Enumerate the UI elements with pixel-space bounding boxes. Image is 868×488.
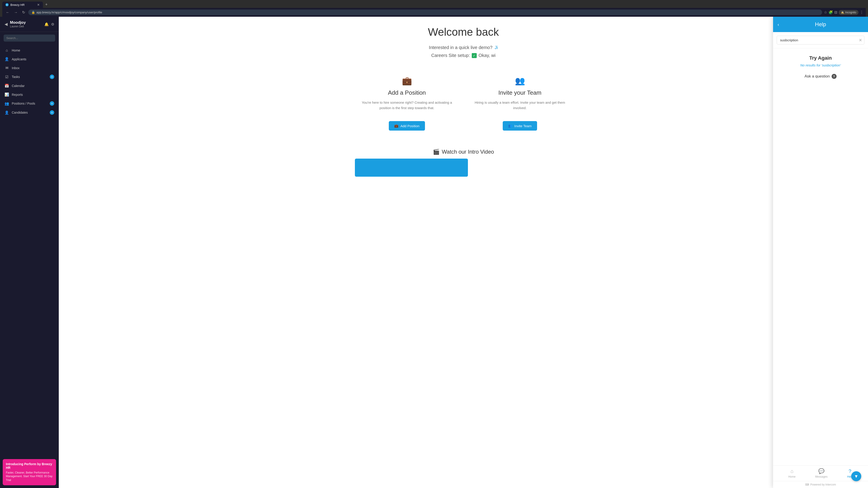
sidebar-search (0, 32, 59, 44)
video-thumbnail[interactable] (355, 159, 468, 177)
promo-desc: Faster, Cleaner, Better Performance Mana… (6, 471, 53, 482)
help-powered: ⌨ Powered by Intercom (773, 481, 868, 488)
brand-user: Lauren Dell (10, 25, 42, 28)
help-search-bar: ✕ (773, 32, 868, 48)
menu-icon[interactable]: ⋮ (860, 10, 864, 14)
help-footer-home[interactable]: ⌂ Home (788, 468, 796, 478)
nav-label-applicants: Applicants (12, 57, 54, 61)
sidebar-item-applicants[interactable]: 👤 Applicants (0, 55, 59, 64)
add-position-btn-icon: 💼 (394, 124, 399, 128)
sidebar-item-candidates[interactable]: 👤 Candidates + (0, 108, 59, 117)
bookmark-icon[interactable]: ☆ (824, 10, 827, 14)
careers-line: Careers Site setup: ✓ Okay, wi (72, 53, 855, 58)
sidebar-item-inbox[interactable]: ✉ Inbox (0, 64, 59, 72)
sidebar-item-home[interactable]: ⌂ Home (0, 46, 59, 55)
sidebar-header: ◀ Moodjoy Lauren Dell 🔔 ⚙ (0, 17, 59, 32)
invite-team-btn-icon: 👥 (508, 124, 513, 128)
extensions-icon[interactable]: 🧩 (829, 10, 833, 14)
demo-link[interactable]: Ji (495, 45, 498, 50)
sidebar-item-tasks[interactable]: ☑ Tasks + (0, 72, 59, 81)
incognito-icon: 🕵 (841, 11, 844, 14)
split-view-icon[interactable]: ⊟ (834, 10, 837, 14)
sidebar-promo[interactable]: Introducing Perform by Breezy HR Faster,… (3, 459, 56, 485)
powered-icon: ⌨ (805, 483, 809, 486)
help-search-input[interactable] (777, 36, 864, 44)
sidebar-brand: Moodjoy Lauren Dell (10, 20, 42, 28)
help-back-button[interactable]: ‹ (778, 22, 779, 27)
help-search-wrap: ✕ (777, 36, 864, 44)
no-results-prefix: No results for (800, 63, 821, 67)
browser-toolbar: ← → ↻ 🔒 app.breezy.hr/app/c/moodjoy/comp… (2, 8, 866, 17)
help-panel: ‹ Help ✕ Try Again No results for 'susbc… (773, 17, 868, 488)
ask-question-label: Ask a question (804, 74, 830, 78)
help-footer-messages-icon: 💬 (818, 468, 825, 474)
nav-label-tasks: Tasks (12, 75, 47, 78)
help-footer-help-icon: ? (848, 468, 851, 474)
help-title: Help (815, 21, 826, 28)
settings-icon[interactable]: ⚙ (51, 22, 54, 26)
incognito-label: Incognito (845, 11, 856, 14)
tab-title: Breezy HR (10, 3, 25, 6)
no-results-query: 'susbcription' (822, 63, 841, 67)
reload-button[interactable]: ↻ (21, 9, 26, 15)
applicants-icon: 👤 (4, 57, 9, 61)
video-icon: 🎬 (433, 149, 440, 155)
add-position-card: 💼 Add a Position You're here to hire som… (355, 69, 459, 137)
help-search-clear-button[interactable]: ✕ (859, 38, 862, 43)
new-tab-button[interactable]: + (43, 1, 50, 8)
careers-text: Careers Site setup: (431, 53, 470, 58)
candidates-badge: + (50, 110, 54, 115)
sidebar-header-actions: 🔔 ⚙ (44, 22, 54, 26)
positions-badge: + (50, 101, 54, 106)
toolbar-actions: ☆ 🧩 ⊟ 🕵 Incognito ⋮ (824, 10, 864, 15)
help-ask-question[interactable]: Ask a question ? (804, 74, 837, 79)
active-tab[interactable]: B Breezy HR ✕ (2, 2, 43, 8)
invite-team-button[interactable]: 👥 Invite Team (503, 121, 537, 131)
tasks-icon: ☑ (4, 75, 9, 79)
tab-favicon: B (5, 3, 8, 6)
sidebar-item-reports[interactable]: 📊 Reports (0, 90, 59, 99)
help-footer-messages-label: Messages (815, 475, 828, 478)
notifications-icon[interactable]: 🔔 (44, 22, 49, 26)
welcome-title: Welcome back (72, 26, 855, 38)
nav-label-inbox: Inbox (12, 66, 54, 70)
nav-label-positions: Positions / Pools (12, 102, 47, 105)
positions-icon: 👥 (4, 101, 9, 106)
nav-label-reports: Reports (12, 93, 54, 96)
app-layout: ◀ Moodjoy Lauren Dell 🔔 ⚙ ⌂ Home 👤 Appli… (0, 17, 868, 488)
tasks-badge: + (50, 74, 54, 79)
tab-close-button[interactable]: ✕ (37, 3, 40, 6)
back-button[interactable]: ← (4, 9, 11, 15)
sidebar-nav: ⌂ Home 👤 Applicants ✉ Inbox ☑ Tasks + 📅 … (0, 44, 59, 456)
inbox-icon: ✉ (4, 66, 9, 70)
address-bar[interactable]: 🔒 app.breezy.hr/app/c/moodjoy/company/us… (28, 9, 822, 15)
sidebar-item-positions-pools[interactable]: 👥 Positions / Pools + (0, 99, 59, 108)
help-footer-home-label: Home (788, 475, 796, 478)
tab-bar: B Breezy HR ✕ + (2, 1, 866, 8)
invite-team-card: 👥 Invite your Team Hiring is usually a t… (468, 69, 572, 137)
forward-button[interactable]: → (13, 9, 19, 15)
home-icon: ⌂ (4, 48, 9, 53)
powered-label: Powered by Intercom (810, 483, 836, 486)
reports-icon: 📊 (4, 92, 9, 97)
video-title: 🎬 Watch our Intro Video (355, 149, 572, 155)
sidebar-item-calendar[interactable]: 📅 Calendar (0, 81, 59, 90)
sidebar-back-button[interactable]: ◀ (4, 22, 8, 27)
url-text: app.breezy.hr/app/c/moodjoy/company/user… (36, 11, 102, 14)
incognito-badge: 🕵 Incognito (839, 10, 859, 15)
invite-team-icon: 👥 (472, 76, 567, 86)
invite-team-btn-label: Invite Team (514, 124, 531, 128)
help-no-results: No results for 'susbcription' (800, 63, 841, 67)
lock-icon: 🔒 (31, 11, 35, 14)
scroll-down-fab[interactable]: ▼ (851, 471, 861, 481)
nav-label-calendar: Calendar (12, 84, 54, 88)
help-footer-home-icon: ⌂ (790, 468, 794, 474)
nav-label-home: Home (12, 48, 54, 52)
add-position-desc: You're here to hire someone right? Creat… (360, 100, 454, 116)
ask-question-icon: ? (832, 74, 837, 79)
search-input[interactable] (4, 35, 55, 41)
help-footer-messages[interactable]: 💬 Messages (815, 468, 828, 478)
demo-text: Interested in a quick live demo? (429, 45, 492, 50)
main-content: Welcome back Interested in a quick live … (59, 17, 868, 488)
add-position-button[interactable]: 💼 Add Position (389, 121, 425, 131)
